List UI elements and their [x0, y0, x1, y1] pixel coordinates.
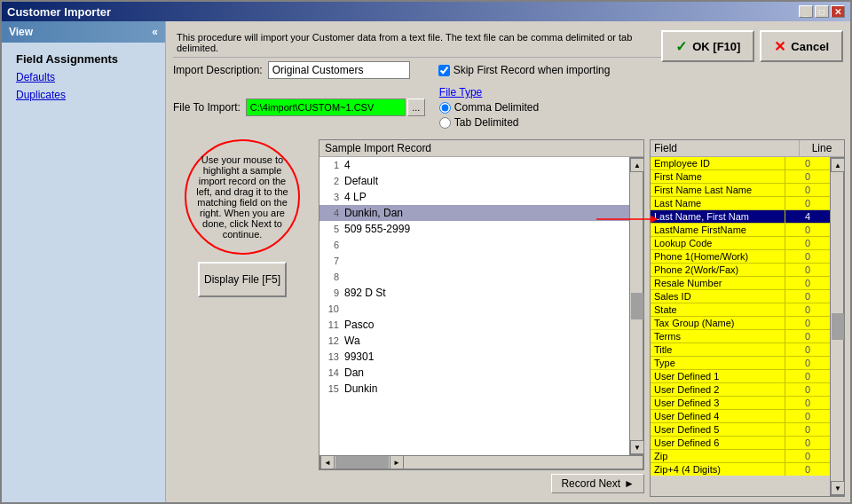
field-row[interactable]: First Name0 — [651, 169, 830, 183]
scroll-left-arrow[interactable]: ◄ — [320, 455, 335, 469]
field-line-number: 0 — [785, 264, 830, 276]
field-row[interactable]: Type0 — [651, 356, 830, 369]
row-value: 4 LP — [344, 191, 367, 203]
field-row[interactable]: Lookup Code0 — [651, 236, 830, 249]
row-value: Default — [344, 175, 378, 187]
field-row[interactable]: Sales ID0 — [651, 289, 830, 303]
sample-row[interactable]: 7 — [320, 253, 629, 269]
sidebar-header: View « — [2, 21, 165, 43]
scroll-h-thumb[interactable] — [335, 456, 389, 469]
scroll-down-arrow[interactable]: ▼ — [630, 440, 643, 454]
sample-row[interactable]: 11Pasco — [320, 317, 629, 333]
sample-row[interactable]: 34 LP — [320, 189, 629, 205]
field-line-number: 0 — [785, 423, 830, 436]
tab-delimited-option[interactable]: Tab Delimited — [439, 116, 539, 129]
field-scroll-up[interactable]: ▲ — [831, 158, 844, 172]
field-name: Sales ID — [651, 290, 785, 303]
row-value: Dunkin, Dan — [344, 207, 403, 219]
field-row[interactable]: User Defined 20 — [651, 382, 830, 396]
field-row[interactable]: State0 — [651, 303, 830, 316]
next-record-button[interactable]: Record Next ► — [551, 474, 644, 493]
sample-row[interactable]: 15Dunkin — [320, 381, 629, 397]
field-scroll-down[interactable]: ▼ — [831, 481, 844, 495]
field-row[interactable]: User Defined 40 — [651, 409, 830, 422]
field-name: Resale Number — [651, 277, 785, 289]
field-row[interactable]: First Name Last Name0 — [651, 183, 830, 196]
field-row[interactable]: Title0 — [651, 343, 830, 356]
scroll-thumb[interactable] — [631, 293, 643, 319]
sidebar-item-field-assignments[interactable]: Field Assignments — [2, 50, 165, 68]
sidebar-collapse-icon[interactable]: « — [152, 26, 158, 38]
field-row[interactable]: Phone 1(Home/Work)0 — [651, 249, 830, 263]
sample-row[interactable]: 2Default — [320, 173, 629, 189]
field-row[interactable]: Last Name, First Nam4 — [651, 209, 830, 223]
minimize-button[interactable]: _ — [799, 5, 813, 18]
row-number: 12 — [323, 335, 344, 346]
field-row[interactable]: Resale Number0 — [651, 276, 830, 289]
field-rows[interactable]: Employee ID0First Name0First Name Last N… — [651, 157, 830, 496]
field-scroll-thumb[interactable] — [832, 313, 844, 340]
sample-row[interactable]: 9892 D St — [320, 285, 629, 301]
row-number: 3 — [323, 192, 344, 202]
field-row[interactable]: User Defined 10 — [651, 369, 830, 382]
field-row[interactable]: Zip+4 (4 Digits)0 — [651, 462, 830, 476]
row-value: 99301 — [344, 350, 374, 363]
close-button[interactable]: ✕ — [831, 5, 845, 18]
row-number: 5 — [323, 224, 344, 234]
row-value: Wa — [344, 335, 360, 347]
sample-row[interactable]: 4Dunkin, Dan — [320, 205, 629, 221]
skip-first-record-label[interactable]: Skip First Record when importing — [438, 64, 611, 76]
field-row[interactable]: Phone 2(Work/Fax)0 — [651, 263, 830, 276]
file-import-row: File To Import: C:\4import\CUSTOM~1.CSV … — [173, 86, 661, 129]
scroll-right-arrow[interactable]: ► — [390, 455, 404, 469]
display-file-button[interactable]: Display File [F5] — [198, 262, 287, 297]
sidebar-item-duplicates[interactable]: Duplicates — [2, 86, 165, 104]
skip-first-record-checkbox[interactable] — [438, 65, 450, 76]
browse-button[interactable]: ... — [407, 98, 425, 116]
sample-row[interactable]: 5509 555-2999 — [320, 221, 629, 237]
sidebar: View « Field Assignments Defaults Duplic… — [2, 21, 166, 502]
sample-scrollbar-v[interactable]: ▲ ▼ — [629, 157, 643, 455]
sample-list[interactable]: 142Default34 LP4Dunkin, Dan5509 555-2999… — [320, 157, 629, 455]
import-desc-input[interactable] — [268, 61, 410, 79]
field-name: Zip — [651, 450, 785, 462]
field-name: Title — [651, 343, 785, 356]
sidebar-title: View — [9, 26, 33, 38]
field-row[interactable]: Terms0 — [651, 329, 830, 343]
sample-scrollbar-h[interactable]: ◄ ► — [320, 455, 643, 469]
field-line-number: 0 — [785, 450, 830, 462]
field-table-wrapper: Field Line Employee ID0First Name0First … — [650, 139, 845, 497]
field-name: Last Name — [651, 197, 785, 209]
field-row[interactable]: Tax Group (Name)0 — [651, 316, 830, 329]
field-line-number: 0 — [785, 290, 830, 303]
field-scrollbar-v[interactable]: ▲ ▼ — [830, 157, 844, 496]
ok-button[interactable]: ✓ OK [F10] — [661, 30, 754, 62]
field-row[interactable]: User Defined 30 — [651, 396, 830, 409]
field-row[interactable]: Zip0 — [651, 449, 830, 462]
file-input-container: C:\4import\CUSTOM~1.CSV ... — [246, 98, 425, 116]
next-arrow-icon: ► — [624, 477, 635, 490]
sample-row[interactable]: 10 — [320, 301, 629, 317]
sidebar-item-defaults[interactable]: Defaults — [2, 68, 165, 86]
sample-row[interactable]: 14 — [320, 157, 629, 173]
scroll-up-arrow[interactable]: ▲ — [630, 158, 643, 172]
sample-row[interactable]: 12Wa — [320, 333, 629, 349]
sample-row[interactable]: 8 — [320, 269, 629, 285]
sample-row[interactable]: 14Dan — [320, 365, 629, 381]
sample-row[interactable]: 6 — [320, 237, 629, 253]
cancel-button[interactable]: ✕ Cancel — [760, 30, 843, 62]
row-value: Dan — [344, 366, 364, 379]
top-row: This procedure will import your Customer… — [171, 27, 845, 136]
content-area: This procedure will import your Customer… — [166, 21, 850, 502]
comma-delimited-option[interactable]: Comma Delimited — [439, 101, 539, 114]
maximize-button[interactable]: □ — [815, 5, 829, 18]
field-row[interactable]: User Defined 50 — [651, 422, 830, 436]
field-row[interactable]: Last Name0 — [651, 196, 830, 209]
row-number: 4 — [323, 208, 344, 218]
field-row[interactable]: Employee ID0 — [651, 157, 830, 169]
field-row[interactable]: LastName FirstName0 — [651, 223, 830, 236]
field-line-number: 0 — [785, 237, 830, 249]
sample-row[interactable]: 1399301 — [320, 349, 629, 365]
row-number: 6 — [323, 240, 344, 250]
field-row[interactable]: User Defined 60 — [651, 436, 830, 449]
